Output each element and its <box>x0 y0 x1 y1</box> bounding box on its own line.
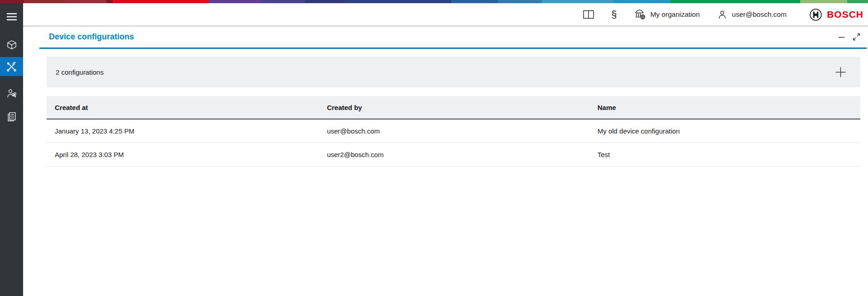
bosch-supergraphic <box>0 0 868 3</box>
configurations-table: Created at Created by Name January 13, 2… <box>47 96 860 167</box>
column-header-created-at[interactable]: Created at <box>47 96 319 119</box>
cube-icon <box>6 39 17 50</box>
cell-created-by: user2@bosch.com <box>319 143 589 166</box>
main-content: Device configurations 2 configurations <box>23 26 868 296</box>
configuration-count: 2 configurations <box>56 68 104 76</box>
plus-icon <box>835 66 847 78</box>
document-list-icon <box>6 111 18 123</box>
documentation-button[interactable] <box>583 10 594 19</box>
sidebar-item-devices[interactable] <box>0 35 23 54</box>
menu-icon <box>7 13 17 21</box>
bosch-logo: BOSCH <box>809 8 863 21</box>
cell-created-by: user@bosch.com <box>319 119 589 143</box>
configurations-panel: 2 configurations Created at Created by N… <box>47 57 860 167</box>
user-email: user@bosch.com <box>732 10 787 19</box>
user-key-icon <box>6 88 18 100</box>
page-titlebar: Device configurations <box>39 26 867 49</box>
person-icon <box>717 9 728 20</box>
page-title: Device configurations <box>49 32 134 42</box>
open-book-icon <box>583 10 594 19</box>
sidebar-item-reports[interactable] <box>0 107 23 126</box>
bosch-wordmark: BOSCH <box>827 9 863 20</box>
app-root: § My organization user@bosch.com <box>0 0 868 296</box>
add-configuration-button[interactable] <box>835 66 847 78</box>
cell-created-at: April 28, 2023 3:03 PM <box>47 143 319 166</box>
legal-button[interactable]: § <box>611 10 617 19</box>
table-header-row: Created at Created by Name <box>47 96 860 119</box>
sidebar-item-user-access[interactable] <box>0 84 23 103</box>
expand-icon <box>852 33 861 41</box>
user-account-button[interactable]: user@bosch.com <box>717 9 787 20</box>
cell-name: My old device configuration <box>589 119 860 143</box>
organization-label: My organization <box>650 10 700 19</box>
sidebar-item-device-configurations[interactable] <box>0 57 23 76</box>
column-header-created-by[interactable]: Created by <box>319 96 589 119</box>
minimize-button[interactable] <box>838 33 846 41</box>
table-row[interactable]: April 28, 2023 3:03 PMuser2@bosch.comTes… <box>47 143 860 166</box>
expand-button[interactable] <box>852 33 861 41</box>
bank-globe-icon <box>634 9 646 20</box>
bosch-anchor-icon <box>809 8 822 21</box>
panel-window-controls <box>838 33 861 41</box>
sidebar <box>0 3 23 296</box>
topbar: § My organization user@bosch.com <box>23 3 868 26</box>
minimize-icon <box>838 33 846 41</box>
table-row[interactable]: January 13, 2023 4:25 PMuser@bosch.comMy… <box>47 119 860 143</box>
menu-button[interactable] <box>0 8 23 25</box>
configurations-toolbar: 2 configurations <box>47 57 860 87</box>
cell-created-at: January 13, 2023 4:25 PM <box>47 119 319 143</box>
organization-button[interactable]: My organization <box>634 9 700 20</box>
column-header-name[interactable]: Name <box>589 96 860 119</box>
cell-name: Test <box>589 143 860 166</box>
section-sign-icon: § <box>611 10 617 19</box>
tools-icon <box>6 61 17 72</box>
